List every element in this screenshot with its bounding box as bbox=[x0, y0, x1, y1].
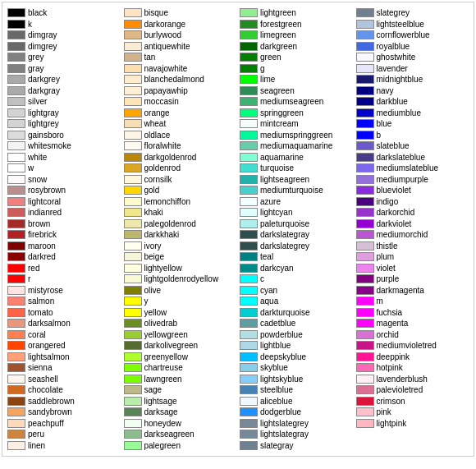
color-row: darkorchid bbox=[355, 207, 471, 218]
color-row: darkslategrey bbox=[238, 241, 355, 252]
color-name-label: indigo bbox=[377, 196, 399, 207]
color-row: lightsage bbox=[122, 396, 239, 407]
color-swatch bbox=[240, 330, 258, 339]
color-swatch bbox=[356, 419, 374, 428]
color-row: blueviolet bbox=[355, 185, 471, 196]
color-name-label: lightsalmon bbox=[28, 352, 70, 362]
color-swatch bbox=[356, 175, 374, 184]
color-swatch bbox=[240, 397, 258, 406]
color-name-label: dodgerblue bbox=[260, 407, 301, 417]
color-swatch bbox=[7, 131, 25, 140]
color-swatch bbox=[356, 341, 374, 350]
color-row: darksage bbox=[122, 407, 239, 418]
color-swatch bbox=[356, 75, 374, 84]
color-swatch bbox=[7, 75, 25, 84]
color-row: darkgrey bbox=[6, 74, 122, 85]
color-swatch bbox=[7, 297, 25, 306]
color-name-label: yellow bbox=[144, 307, 167, 318]
color-name-label: cadetblue bbox=[260, 318, 295, 329]
color-row: silver bbox=[6, 96, 122, 108]
color-swatch bbox=[240, 274, 258, 283]
color-row: maroon bbox=[6, 241, 122, 252]
color-row: slategrey bbox=[355, 7, 471, 19]
color-name-label: chartreuse bbox=[144, 362, 183, 373]
color-swatch bbox=[7, 30, 25, 39]
color-name-label: lightpink bbox=[377, 418, 407, 429]
color-swatch bbox=[7, 375, 25, 384]
color-row: rosybrown bbox=[6, 185, 122, 196]
color-swatch bbox=[124, 341, 142, 350]
color-row: coral bbox=[6, 329, 122, 341]
color-name-label: darkgrey bbox=[28, 74, 60, 85]
color-row: darkseagreen bbox=[122, 429, 239, 440]
color-name-label: grey bbox=[28, 52, 43, 62]
color-swatch bbox=[240, 197, 258, 206]
color-row: magenta bbox=[355, 318, 471, 329]
color-name-label: lightgrey bbox=[28, 118, 59, 129]
color-swatch bbox=[240, 119, 258, 128]
color-swatch bbox=[240, 208, 258, 217]
color-swatch bbox=[356, 153, 374, 162]
color-swatch bbox=[7, 175, 25, 184]
color-name-label: mediumspringgreen bbox=[260, 130, 332, 140]
color-name-label: darkslategrey bbox=[260, 241, 309, 251]
color-swatch bbox=[7, 286, 25, 295]
color-row: mediumvioletred bbox=[355, 340, 471, 352]
color-name-label: darkred bbox=[28, 251, 56, 262]
color-row: lightgreen bbox=[238, 7, 355, 19]
color-swatch bbox=[7, 153, 25, 162]
color-name-label: lightsage bbox=[144, 396, 177, 407]
color-row: lightcoral bbox=[6, 196, 122, 208]
color-swatch bbox=[124, 131, 142, 140]
color-name-label: whitesmoke bbox=[28, 140, 71, 151]
color-name-label: gray bbox=[28, 63, 43, 74]
color-name-label: blueviolet bbox=[377, 185, 411, 195]
color-swatch bbox=[240, 319, 258, 328]
color-row: royalblue bbox=[355, 41, 471, 53]
color-row: mediumseagreen bbox=[238, 96, 355, 108]
color-row: greenyellow bbox=[122, 352, 239, 363]
color-name-label: m bbox=[377, 296, 383, 306]
color-row: cyan bbox=[238, 285, 355, 297]
color-row bbox=[355, 440, 471, 452]
color-name-label: deeppink bbox=[377, 352, 410, 362]
color-swatch bbox=[240, 352, 258, 361]
color-name-label: slategray bbox=[260, 440, 294, 451]
color-swatch bbox=[240, 175, 258, 184]
color-row: mediumpurple bbox=[355, 174, 471, 186]
color-row: violet bbox=[355, 263, 471, 274]
color-swatch bbox=[7, 97, 25, 106]
color-swatch bbox=[356, 42, 374, 51]
color-swatch bbox=[7, 352, 25, 361]
color-swatch bbox=[7, 319, 25, 328]
color-name-label: darkseagreen bbox=[144, 429, 195, 439]
color-name-label: blue bbox=[377, 118, 392, 129]
color-name-label: mediumpurple bbox=[377, 174, 428, 185]
color-swatch bbox=[240, 385, 258, 394]
color-swatch bbox=[240, 42, 258, 51]
color-swatch bbox=[240, 8, 258, 17]
color-row: snow bbox=[6, 174, 122, 186]
color-row: goldenrod bbox=[122, 163, 239, 174]
color-row: honeydew bbox=[122, 418, 239, 430]
color-swatch bbox=[124, 397, 142, 406]
color-row: slategray bbox=[238, 440, 355, 452]
color-row: lightpink bbox=[355, 418, 471, 430]
color-name-label: saddlebrown bbox=[28, 396, 75, 407]
color-row: crimson bbox=[355, 396, 471, 407]
color-row: firebrick bbox=[6, 229, 122, 241]
color-row: chocolate bbox=[6, 384, 122, 396]
color-swatch bbox=[124, 308, 142, 317]
color-swatch bbox=[7, 441, 25, 450]
color-row: b bbox=[355, 130, 471, 141]
color-name-label: steelblue bbox=[260, 384, 293, 395]
color-name-label: turquoise bbox=[260, 163, 294, 173]
color-row: darkorange bbox=[122, 19, 239, 30]
color-row: seagreen bbox=[238, 85, 355, 97]
color-swatch bbox=[124, 8, 142, 17]
color-row: lightblue bbox=[238, 340, 355, 352]
color-row: skyblue bbox=[238, 362, 355, 374]
color-name-label: indianred bbox=[28, 207, 62, 218]
color-row bbox=[355, 429, 471, 440]
color-row: navajowhite bbox=[122, 63, 239, 75]
